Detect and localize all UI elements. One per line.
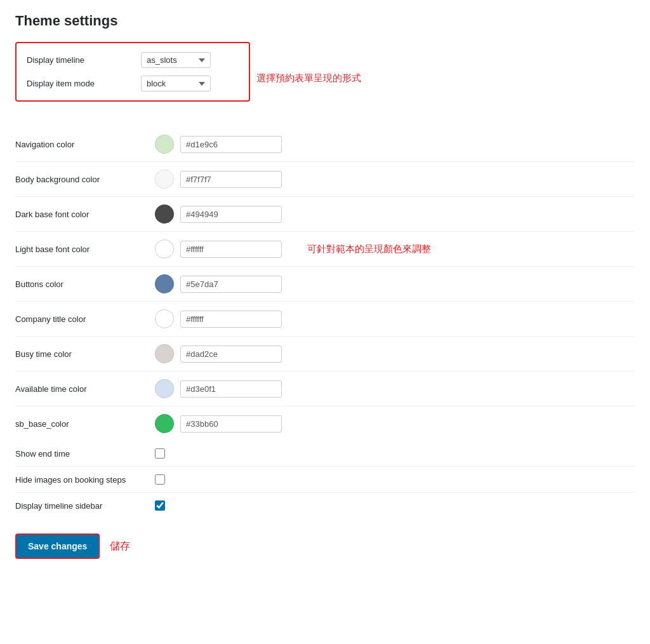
color-input-company_title_color[interactable] [180,311,282,328]
checkbox-label-hide_images_on_booking_steps: Hide images on booking steps [15,475,155,485]
color-row-available_time_color: Available time color [15,372,635,406]
color-swatch-body_background_color[interactable] [155,170,174,189]
color-row-buttons_color: Buttons color [15,267,635,302]
color-input-available_time_color[interactable] [180,380,282,398]
checkbox-row-hide_images_on_booking_steps: Hide images on booking steps [15,467,635,493]
checkbox-label-display_timeline_sidebar: Display timeline sidebar [15,501,155,511]
save-annotation: 儲存 [110,540,130,553]
checkbox-input-show_end_time[interactable] [155,448,165,459]
save-changes-button[interactable]: Save changes [15,533,100,559]
color-row-busy_time_color: Busy time color [15,337,635,372]
checkbox-input-hide_images_on_booking_steps[interactable] [155,474,165,485]
color-row-body_background_color: Body background color [15,162,635,197]
checkbox-settings-section: Show end timeHide images on booking step… [15,441,635,518]
color-input-navigation_color[interactable] [180,136,282,153]
checkbox-row-display_timeline_sidebar: Display timeline sidebar [15,493,635,518]
checkbox-input-display_timeline_sidebar[interactable] [155,500,165,511]
color-label-company_title_color: Company title color [15,314,155,324]
checkbox-row-show_end_time: Show end time [15,441,635,467]
color-input-sb_base_color[interactable] [180,415,282,433]
color-swatch-buttons_color[interactable] [155,274,174,293]
color-label-light_base_font_color: Light base font color [15,245,155,254]
color-swatch-available_time_color[interactable] [155,379,174,398]
color-row-navigation_color: Navigation color [15,127,635,162]
page-title: Theme settings [15,13,635,29]
color-annotation-light_base_font_color: 可針對範本的呈現顏色來調整 [307,243,431,255]
color-input-busy_time_color[interactable] [180,345,282,363]
save-button-area: Save changes 儲存 [15,533,635,559]
display-item-mode-label: Display item mode [27,79,141,88]
color-swatch-navigation_color[interactable] [155,135,174,154]
color-label-available_time_color: Available time color [15,384,155,394]
color-swatch-light_base_font_color[interactable] [155,239,174,258]
color-swatch-dark_base_font_color[interactable] [155,205,174,224]
box-annotation: 選擇預約表單呈現的形式 [256,72,361,84]
color-label-dark_base_font_color: Dark base font color [15,210,155,219]
color-row-company_title_color: Company title color [15,302,635,337]
color-input-body_background_color[interactable] [180,171,282,188]
color-row-dark_base_font_color: Dark base font color [15,197,635,232]
color-label-navigation_color: Navigation color [15,140,155,149]
color-swatch-busy_time_color[interactable] [155,344,174,363]
color-swatch-sb_base_color[interactable] [155,414,174,433]
display-settings-box: Display timeline as_slots as_list as_cal… [15,42,250,102]
color-settings-section: Navigation colorBody background colorDar… [15,127,635,441]
display-timeline-label: Display timeline [27,55,141,65]
color-input-dark_base_font_color[interactable] [180,206,282,223]
color-input-light_base_font_color[interactable] [180,241,282,258]
color-label-sb_base_color: sb_base_color [15,419,155,429]
display-item-mode-select[interactable]: block inline [141,76,211,91]
color-swatch-company_title_color[interactable] [155,309,174,328]
color-input-buttons_color[interactable] [180,276,282,293]
color-row-sb_base_color: sb_base_color [15,406,635,441]
color-row-light_base_font_color: Light base font color可針對範本的呈現顏色來調整 [15,232,635,267]
checkbox-label-show_end_time: Show end time [15,449,155,459]
display-timeline-select[interactable]: as_slots as_list as_calendar [141,52,211,68]
color-label-busy_time_color: Busy time color [15,349,155,359]
color-label-buttons_color: Buttons color [15,279,155,289]
color-label-body_background_color: Body background color [15,175,155,184]
